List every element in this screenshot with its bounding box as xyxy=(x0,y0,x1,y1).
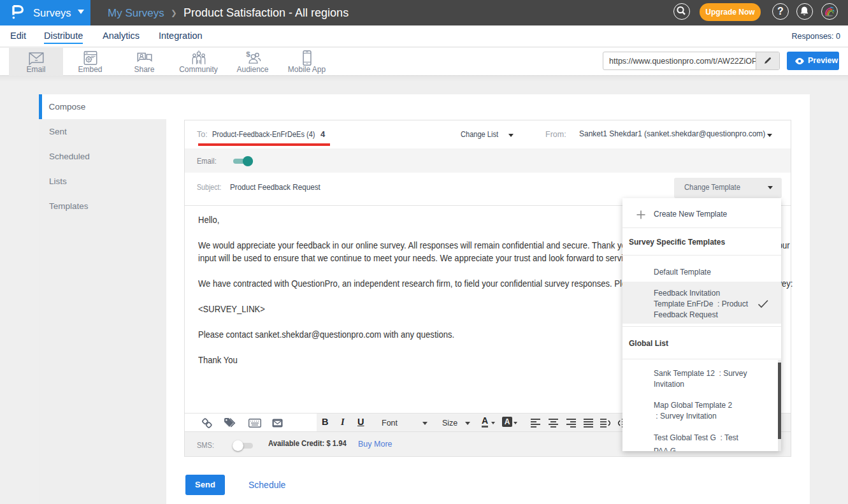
svg-text:$: $ xyxy=(246,50,250,59)
